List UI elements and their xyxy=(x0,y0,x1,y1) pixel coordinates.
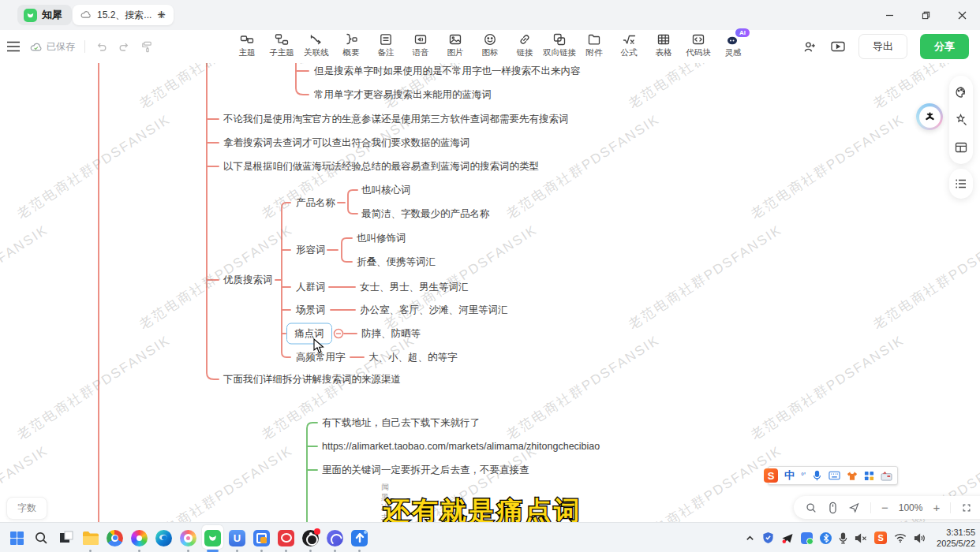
mindmap-node[interactable]: 形容词 xyxy=(296,244,326,257)
soft-keyboard-icon[interactable] xyxy=(829,471,840,480)
mindmap-node[interactable]: 办公室、客厅、沙滩、河里等词汇 xyxy=(360,304,508,317)
tool-relation[interactable]: 关联线 xyxy=(299,32,334,58)
mindmap-node[interactable]: 以下是根据咱们做蓝海玩法经验总结的最容易查到蓝海词的搜索词的类型 xyxy=(223,160,539,173)
mindmap-node[interactable]: 下面我们详细拆分讲解搜索词的来源渠道 xyxy=(223,373,401,386)
tool-summary[interactable]: 概要 xyxy=(334,32,368,58)
mindmap-node[interactable]: 折叠、便携等词汇 xyxy=(357,255,436,269)
taskbar-app-snip[interactable] xyxy=(54,523,78,552)
taskbar-app-blue-t-app[interactable] xyxy=(347,523,372,552)
mindmap-node[interactable]: 场景词 xyxy=(296,304,326,317)
tool-emoji[interactable]: 图标 xyxy=(473,32,507,58)
taskbar-app-colorful-app[interactable] xyxy=(176,523,200,552)
taskbar-app-search[interactable] xyxy=(29,523,54,552)
taskbar-app-zhixi[interactable] xyxy=(200,523,225,552)
share-button[interactable]: 分享 xyxy=(920,34,969,59)
mindmap-node[interactable]: 里面的关键词一定要拆开之后去查，不要直接查 xyxy=(322,464,529,477)
tray-wifi-icon[interactable] xyxy=(894,533,907,543)
zoom-out-button[interactable]: − xyxy=(881,502,888,513)
mindmap-node[interactable]: 优质搜索词 xyxy=(223,274,273,287)
app-logo-tab[interactable]: 知犀 xyxy=(17,5,72,25)
export-button[interactable]: 导出 xyxy=(858,34,907,59)
taskbar-app-start[interactable] xyxy=(5,523,29,552)
layout-structure-icon[interactable] xyxy=(954,140,968,155)
mindmap-node[interactable]: 也叫核心词 xyxy=(361,184,411,197)
tray-bluetooth-icon[interactable] xyxy=(820,532,832,544)
mouse-mode-icon[interactable] xyxy=(828,502,838,514)
tool-code-block[interactable]: 代码块 xyxy=(681,32,716,58)
taskbar-app-browser-swirl[interactable] xyxy=(127,523,151,552)
mindmap-node[interactable]: 最简洁、字数最少的产品名称 xyxy=(361,207,490,221)
taskbar-app-red-app[interactable] xyxy=(274,523,298,552)
undo-icon[interactable] xyxy=(95,40,108,54)
mindmap-node[interactable]: 也叫修饰词 xyxy=(357,232,406,245)
word-count-pill[interactable]: 字数 xyxy=(6,497,47,520)
tool-bidir-link[interactable]: 双向链接 xyxy=(542,32,577,58)
locate-icon[interactable] xyxy=(848,502,860,513)
mindmap-node[interactable]: 常用单字才更容易搜索出来能用的蓝海词 xyxy=(314,88,492,102)
tool-inspiration[interactable]: 灵感AI xyxy=(716,32,750,58)
taskbar-app-purple-circle-app[interactable] xyxy=(323,523,347,552)
new-tab-button[interactable]: + xyxy=(157,6,166,24)
sogou-logo-icon[interactable]: S xyxy=(764,468,778,483)
toolbox-grid-icon[interactable] xyxy=(864,471,874,481)
tool-note[interactable]: 备注 xyxy=(368,32,403,58)
zhixi-floating-assistant[interactable] xyxy=(916,103,943,130)
tool-formula[interactable]: 公式 xyxy=(612,32,646,58)
selected-node-pain-point[interactable]: 痛点词 xyxy=(286,323,332,345)
tool-voice[interactable]: 语音 xyxy=(403,32,438,58)
tray-shield-icon[interactable] xyxy=(762,531,774,544)
palette-icon[interactable] xyxy=(954,85,968,99)
taskbar-app-obs[interactable] xyxy=(298,523,323,552)
sogou-tools-icon[interactable] xyxy=(881,471,892,481)
tool-table[interactable]: 表格 xyxy=(646,32,681,58)
mindmap-node[interactable]: 有下载地址，自己去下载下来就行了 xyxy=(322,416,480,430)
mindmap-node[interactable]: 闻 xyxy=(381,482,389,493)
redo-icon[interactable] xyxy=(118,40,131,54)
format-painter-icon[interactable] xyxy=(140,40,154,54)
mindmap-node[interactable]: 拿着搜索词去查词才可以查出符合我们要求数据的蓝海词 xyxy=(223,136,470,150)
tool-attachment[interactable]: 附件 xyxy=(577,32,612,58)
collapse-button[interactable] xyxy=(335,330,343,338)
tray-volume-icon[interactable] xyxy=(914,533,926,543)
tool-topic[interactable]: 主题 xyxy=(230,32,264,58)
close-window-button[interactable] xyxy=(944,0,980,30)
collaborate-icon[interactable] xyxy=(802,39,817,54)
voice-input-icon[interactable] xyxy=(812,470,822,481)
tray-telegram-icon[interactable] xyxy=(781,532,794,544)
tool-link[interactable]: 链接 xyxy=(507,32,542,58)
fullscreen-icon[interactable] xyxy=(961,502,972,513)
tool-image[interactable]: 图片 xyxy=(438,32,473,58)
taskbar-app-app-u[interactable]: U xyxy=(225,523,249,552)
tray-microphone-icon[interactable] xyxy=(839,532,847,544)
skin-icon[interactable] xyxy=(847,471,858,481)
sogou-input-bar[interactable]: S 中 °' xyxy=(768,466,898,485)
punctuation-mode[interactable]: °' xyxy=(801,472,806,480)
taskbar-app-explorer[interactable] xyxy=(78,523,103,552)
mindmap-node[interactable]: 防摔、防晒等 xyxy=(361,327,421,341)
mindmap-node[interactable]: 人群词 xyxy=(296,281,326,294)
taskbar-app-chrome[interactable] xyxy=(103,523,127,552)
mindmap-canvas[interactable]: 老范电商社群PDSFANSIK老范电商社群PDSFANSIK老范电商社群PDSF… xyxy=(0,63,980,522)
input-mode-chinese[interactable]: 中 xyxy=(784,468,795,483)
video-tutorial-icon[interactable] xyxy=(830,39,846,54)
minimize-button[interactable] xyxy=(871,0,907,30)
taskbar-app-edge[interactable] xyxy=(151,523,176,552)
hamburger-menu-icon[interactable] xyxy=(6,41,21,52)
restore-button[interactable] xyxy=(907,0,944,30)
mindmap-node[interactable]: 女士、男士、男生等词汇 xyxy=(360,281,469,294)
mindmap-node[interactable]: 大、小、超、的等字 xyxy=(368,351,458,364)
mindmap-node[interactable]: 不论我们是使用淘宝官方的生意参谋还是使用第三方软件查词都需要先有搜索词 xyxy=(223,113,569,126)
outline-list-icon[interactable] xyxy=(954,177,968,191)
tray-speaker-mute-icon[interactable] xyxy=(855,533,867,543)
tray-sogou-icon[interactable]: S xyxy=(874,531,887,544)
zoom-in-button[interactable]: + xyxy=(933,502,940,513)
beautify-wand-icon[interactable] xyxy=(954,113,968,127)
mindmap-node[interactable]: 产品名称 xyxy=(296,196,335,210)
tray-chevron-up-icon[interactable] xyxy=(745,533,755,543)
taskbar-app-docs-app[interactable] xyxy=(249,523,274,552)
mindmap-node[interactable]: https://alimarket.taobao.com/markets/ali… xyxy=(322,441,600,452)
search-icon[interactable] xyxy=(805,502,817,514)
tool-subtopic[interactable]: 子主题 xyxy=(264,32,299,58)
mindmap-node[interactable]: 但是搜索单字时如果使用的是不常用字也一样搜索不出来内容 xyxy=(314,65,581,78)
tray-blue-green-app-icon[interactable] xyxy=(801,532,813,544)
